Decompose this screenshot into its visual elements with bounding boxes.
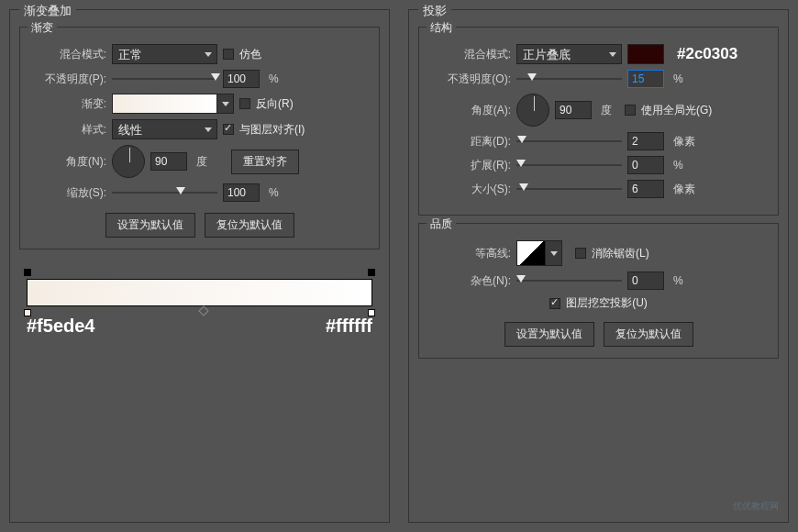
align-label: 与图层对齐(I) [239,122,305,138]
reset-default-button[interactable]: 复位为默认值 [604,322,693,347]
angle-unit: 度 [196,154,207,170]
noise-input[interactable] [627,272,664,290]
spread-unit: % [673,159,683,172]
size-label: 大小(S): [428,182,511,197]
contour-swatch[interactable] [516,240,546,266]
scale-unit: % [269,186,279,199]
opacity-label: 不透明度(O): [428,72,511,87]
spread-input[interactable] [627,156,664,174]
distance-label: 距离(D): [428,134,511,150]
angle-dial[interactable] [112,145,145,178]
panel-title: 投影 [418,3,451,19]
scale-label: 缩放(S): [29,185,106,201]
scale-input[interactable] [223,183,260,202]
set-default-button[interactable]: 设置为默认值 [105,213,195,238]
group-title: 结构 [427,20,456,36]
quality-group: 品质 等高线: 消除锯齿(L) 杂色(N): % 图层挖空投影(U) 设置为默认… [418,223,779,359]
opacity-stop-right[interactable] [368,269,375,276]
opacity-stop-left[interactable] [24,269,31,276]
midpoint-icon[interactable] [198,305,208,316]
antialias-label: 消除锯齿(L) [592,246,649,261]
knockout-label: 图层挖空投影(U) [566,295,648,311]
blend-mode-select[interactable]: 正片叠底 [516,44,622,64]
spread-slider[interactable] [516,164,622,166]
global-light-checkbox[interactable] [625,105,636,116]
global-light-label: 使用全局光(G) [641,103,712,118]
gradient-bar[interactable] [27,279,372,306]
opacity-unit: % [269,72,279,85]
style-label: 样式: [29,122,106,138]
color-stop-left[interactable] [24,309,31,316]
opacity-input[interactable] [223,70,260,88]
group-title: 品质 [427,216,456,232]
angle-input[interactable] [555,101,592,119]
gradient-group: 渐变 混合模式: 正常 仿色 不透明度(P): % 渐变: 反向(R) 样式: … [19,27,380,249]
knockout-checkbox[interactable] [549,298,560,309]
style-select[interactable]: 线性 [112,119,217,139]
structure-group: 结构 混合模式: 正片叠底 #2c0303 不透明度(O): % 角度(A): … [418,27,779,216]
opacity-label: 不透明度(P): [29,72,106,87]
blend-mode-select[interactable]: 正常 [112,44,217,64]
gradient-dropdown[interactable] [217,94,234,114]
stop-left-text: #f5ede4 [27,316,95,337]
reverse-checkbox[interactable] [239,98,250,109]
watermark-text: 优优教程网 [733,500,779,513]
spread-label: 扩展(R): [428,158,511,173]
size-unit: 像素 [673,182,695,197]
scale-slider[interactable] [112,192,217,194]
panel-title: 渐变叠加 [19,3,76,19]
color-stop-right[interactable] [368,309,375,316]
angle-input[interactable] [150,152,187,171]
group-title: 渐变 [28,20,57,36]
distance-unit: 像素 [673,134,695,150]
reset-default-button[interactable]: 复位为默认值 [205,213,294,238]
antialias-checkbox[interactable] [575,248,586,259]
noise-label: 杂色(N): [428,273,511,289]
set-default-button[interactable]: 设置为默认值 [504,322,594,347]
noise-slider[interactable] [516,280,622,282]
contour-label: 等高线: [428,246,511,261]
blend-mode-label: 混合模式: [428,47,511,62]
blend-mode-label: 混合模式: [29,47,106,62]
angle-label: 角度(N): [29,154,106,170]
shadow-color-swatch[interactable] [627,44,664,64]
distance-input[interactable] [627,132,664,150]
angle-unit: 度 [601,103,612,118]
gradient-preview: #f5ede4 #ffffff [19,262,380,344]
angle-dial[interactable] [516,94,549,127]
opacity-slider[interactable] [516,78,622,80]
align-checkbox[interactable] [223,124,234,135]
reverse-label: 反向(R) [256,96,294,112]
opacity-input[interactable] [627,70,664,88]
size-input[interactable] [627,180,664,198]
opacity-slider[interactable] [112,78,217,80]
gradient-overlay-panel: 渐变叠加 渐变 混合模式: 正常 仿色 不透明度(P): % 渐变: 反向(R)… [9,9,390,523]
noise-unit: % [673,274,683,287]
size-slider[interactable] [516,188,622,190]
stop-right-text: #ffffff [326,316,372,337]
gradient-label: 渐变: [29,96,106,112]
gradient-swatch[interactable] [112,94,217,114]
angle-label: 角度(A): [428,103,511,118]
contour-dropdown[interactable] [546,240,562,266]
reset-align-button[interactable]: 重置对齐 [231,150,299,174]
shadow-color-text: #2c0303 [677,45,737,63]
dither-label: 仿色 [239,47,261,62]
dither-checkbox[interactable] [223,49,234,60]
opacity-unit: % [673,72,683,85]
distance-slider[interactable] [516,140,622,142]
drop-shadow-panel: 投影 结构 混合模式: 正片叠底 #2c0303 不透明度(O): % 角度(A… [408,9,789,523]
